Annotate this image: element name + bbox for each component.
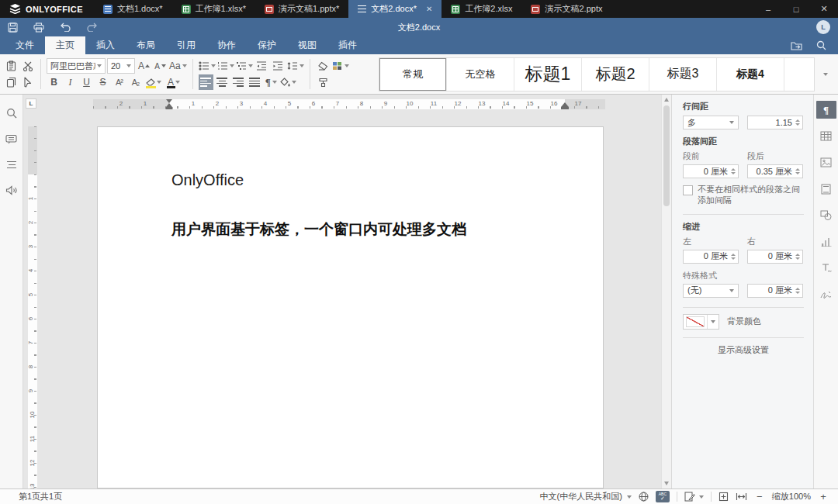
shape-settings-icon[interactable] (816, 206, 836, 224)
image-settings-icon[interactable] (816, 154, 836, 171)
align-right-button[interactable] (231, 74, 246, 90)
tab-home[interactable]: 主页 (45, 36, 85, 54)
increment-font-size-button[interactable]: A (137, 58, 151, 74)
search-icon[interactable] (815, 40, 827, 52)
doc-tab-workbook2[interactable]: 工作簿2.xlsx (442, 0, 521, 18)
font-color-button[interactable]: A (164, 74, 183, 90)
indent-left-spinner[interactable]: 0 厘米 (683, 250, 739, 264)
spacing-before-spinner[interactable]: 0 厘米 (683, 164, 739, 178)
track-changes-button[interactable] (684, 492, 704, 502)
indent-right-spinner[interactable]: 0 厘米 (747, 250, 803, 264)
tab-protection[interactable]: 保护 (247, 36, 287, 54)
fit-page-button[interactable] (719, 492, 729, 502)
table-settings-icon[interactable] (816, 127, 836, 145)
spinner-arrows-icon[interactable] (795, 119, 800, 126)
style-heading3[interactable]: 标题3 (649, 58, 717, 91)
fit-width-button[interactable] (736, 492, 747, 501)
scroll-down-icon[interactable] (664, 482, 669, 485)
special-indent-select[interactable]: (无) (683, 284, 739, 298)
numbering-button[interactable] (217, 58, 234, 74)
spinner-arrows-icon[interactable] (731, 254, 736, 260)
tab-file[interactable]: 文件 (5, 36, 45, 54)
left-indent-marker[interactable] (166, 107, 173, 109)
tab-plugins[interactable]: 插件 (327, 36, 368, 54)
style-heading4[interactable]: 标题4 (717, 58, 784, 91)
tab-close-icon[interactable]: ✕ (426, 5, 432, 13)
highlight-color-button[interactable] (144, 74, 163, 90)
tab-references[interactable]: 引用 (166, 36, 206, 54)
maximize-button[interactable]: □ (782, 0, 810, 18)
paste-button[interactable] (4, 58, 19, 74)
search-icon[interactable] (5, 107, 19, 119)
increase-indent-button[interactable] (271, 58, 286, 74)
scrollbar-thumb[interactable] (663, 105, 670, 206)
doc-tab-presentation1[interactable]: 演示文稿1.pptx* (255, 0, 348, 18)
same-style-spacing-option[interactable]: 不要在相同样式的段落之间添加间隔 (683, 185, 804, 206)
decrease-indent-button[interactable] (255, 58, 269, 74)
user-avatar[interactable]: L (816, 20, 830, 34)
tab-stop-selector[interactable]: L (26, 98, 36, 109)
signature-settings-icon[interactable] (816, 285, 836, 303)
spinner-arrows-icon[interactable] (795, 288, 800, 294)
zoom-level-indicator[interactable]: 缩放100% (772, 491, 811, 502)
justify-button[interactable] (248, 74, 262, 90)
document-text-line1[interactable]: OnlyOffice (171, 171, 244, 189)
line-spacing-button[interactable] (287, 58, 304, 74)
doc-tab-workbook1[interactable]: 工作簿1.xlsx* (172, 0, 255, 18)
bold-button[interactable]: B (47, 74, 61, 90)
chart-settings-icon[interactable] (816, 233, 836, 250)
paragraph-settings-icon[interactable]: ¶ (816, 101, 836, 119)
font-name-combo[interactable]: 阿里巴巴普惠 (47, 58, 106, 74)
tab-insert[interactable]: 插入 (85, 36, 126, 54)
spacing-after-spinner[interactable]: 0.35 厘米 (747, 164, 803, 178)
multilevel-list-button[interactable] (236, 58, 253, 74)
text-art-settings-icon[interactable] (816, 259, 836, 277)
style-no-spacing[interactable]: 无空格 (447, 58, 514, 91)
spinner-arrows-icon[interactable] (795, 254, 800, 260)
chevron-down-icon[interactable] (707, 315, 719, 329)
show-advanced-settings-link[interactable]: 显示高级设置 (683, 344, 804, 356)
clear-style-button[interactable] (316, 58, 331, 74)
close-button[interactable]: ✕ (810, 0, 838, 18)
line-spacing-spinner[interactable]: 1.15 (747, 116, 803, 129)
background-color-picker[interactable] (683, 314, 719, 330)
superscript-button[interactable]: A² (112, 74, 126, 90)
vertical-ruler[interactable]: 12345678910111213 (28, 126, 37, 488)
style-heading1[interactable]: 标题1 (514, 58, 582, 91)
feedback-icon[interactable] (5, 184, 19, 196)
doc-tab-document1[interactable]: 文档1.docx* (94, 0, 172, 18)
vertical-scrollbar[interactable] (661, 95, 671, 488)
bullets-button[interactable] (199, 58, 216, 74)
horizontal-ruler[interactable]: 211234567891011121314151617 (93, 99, 605, 109)
doc-tab-document2-active[interactable]: 文档2.docx* ✕ (348, 0, 442, 18)
strikeout-button[interactable]: S (95, 74, 110, 90)
zoom-in-button[interactable]: + (818, 491, 829, 502)
font-size-combo[interactable]: 20 (107, 58, 135, 74)
spinner-arrows-icon[interactable] (731, 168, 736, 174)
tab-collaboration[interactable]: 协作 (206, 36, 247, 54)
navigation-headings-icon[interactable] (5, 158, 19, 171)
change-case-button[interactable]: Aa (169, 58, 187, 74)
select-all-icon[interactable] (20, 74, 35, 90)
shading-button[interactable] (280, 74, 296, 90)
styles-expand-button[interactable] (815, 57, 835, 91)
italic-button[interactable]: I (63, 74, 78, 90)
copy-style-button[interactable] (316, 74, 331, 90)
align-left-button[interactable] (199, 74, 213, 90)
style-heading2[interactable]: 标题2 (582, 58, 649, 91)
tab-view[interactable]: 视图 (287, 36, 327, 54)
underline-button[interactable]: U (79, 74, 94, 90)
language-selector[interactable]: 中文(中华人民共和国) (540, 491, 632, 502)
style-normal[interactable]: 常规 (379, 58, 447, 91)
zoom-out-button[interactable]: − (754, 491, 765, 502)
checkbox[interactable] (683, 185, 693, 195)
copy-button[interactable] (4, 74, 19, 90)
nonprinting-characters-button[interactable]: ¶ (264, 74, 279, 90)
document-text-line2[interactable]: 用户界面基于标签，一个窗口内可处理多文档 (171, 219, 466, 240)
page-number-indicator[interactable]: 第1页共1页 (19, 491, 62, 502)
tab-layout[interactable]: 布局 (126, 36, 166, 54)
align-center-button[interactable] (215, 74, 230, 90)
set-language-globe-icon[interactable] (639, 492, 649, 502)
subscript-button[interactable]: A₂ (128, 74, 143, 90)
decrement-font-size-button[interactable]: A (153, 58, 168, 74)
